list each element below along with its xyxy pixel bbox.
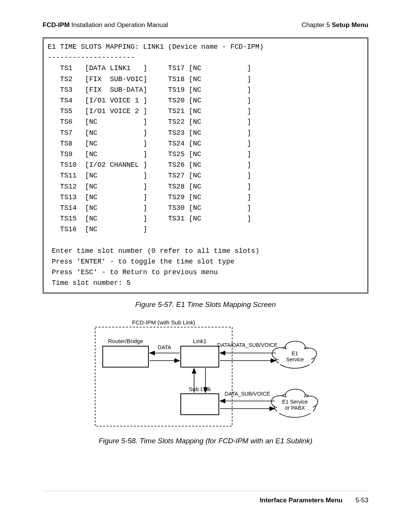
footer-rule	[43, 491, 368, 491]
cloud2-line1: E1 Service	[282, 399, 308, 405]
diagram-figure-58: FCD-IPM (with Sub Link) Router/Bridge Li…	[91, 320, 320, 430]
top-link-label: DATA/DATA_SUB/VOICE	[217, 342, 277, 348]
link1-box	[181, 346, 219, 367]
page-footer: Interface Parameters Menu 5-53	[43, 497, 368, 504]
product-name: FCD-IPM	[43, 21, 70, 29]
page-header: FCD-IPM Installation and Operation Manua…	[43, 21, 368, 29]
router-box	[103, 346, 148, 367]
sublink-label: Sub Link	[189, 386, 211, 392]
data-label: DATA	[158, 344, 171, 350]
chapter-label: Chapter 5	[301, 21, 331, 29]
footer-page-number: 5-53	[355, 497, 368, 504]
figure-caption-58: Figure 5-58. Time Slots Mapping (for FCD…	[43, 437, 368, 445]
router-label: Router/Bridge	[108, 338, 143, 344]
figure-caption-57: Figure 5-57. E1 Time Slots Mapping Scree…	[43, 300, 368, 309]
doc-title: Installation and Operation Manual	[70, 21, 168, 29]
cloud1-line1: E1	[292, 350, 298, 356]
sublink-box	[181, 394, 219, 415]
bottom-link-label: DATA_SUB/VOICE	[225, 391, 270, 397]
header-left: FCD-IPM Installation and Operation Manua…	[43, 21, 168, 29]
cloud1-line2: Service	[286, 356, 304, 363]
header-right: Chapter 5 Setup Menu	[301, 21, 368, 29]
link1-label: Link1	[193, 338, 207, 344]
cloud2-line2: or PABX	[285, 405, 305, 411]
diagram-title: FCD-IPM (with Sub Link)	[132, 320, 195, 326]
footer-section-title: Interface Parameters Menu	[260, 497, 342, 504]
chapter-name: Setup Menu	[332, 21, 368, 29]
cloud-e1-service: E1 Service	[272, 341, 317, 368]
cloud-e1-pabx: E1 Service or PABX	[271, 389, 318, 417]
terminal-screen: E1 TIME SLOTS MAPPING: LINK1 (Device nam…	[43, 37, 368, 294]
